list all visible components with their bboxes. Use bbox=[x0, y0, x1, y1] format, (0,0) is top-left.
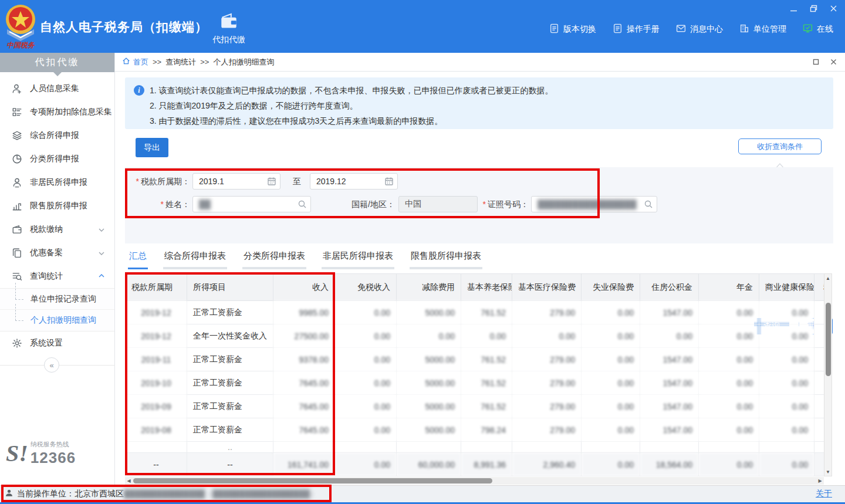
calendar-icon[interactable] bbox=[267, 177, 276, 186]
table-cell: 2019-08 bbox=[126, 418, 187, 442]
table-cell: 0.00 bbox=[582, 324, 640, 348]
sidebar-item-label: 系统设置 bbox=[30, 338, 63, 349]
tab-4[interactable]: 非居民所得申报表 bbox=[322, 249, 394, 269]
column-header: 所得项目 bbox=[187, 274, 273, 301]
table-cell: 正常工资薪金 bbox=[187, 301, 273, 324]
header-menu-label: 消息中心 bbox=[690, 24, 723, 35]
sidebar-item-6[interactable]: 限售股所得申报 bbox=[0, 194, 114, 218]
sidebar-collapse-button[interactable]: « bbox=[44, 357, 59, 373]
vertical-scroll-thumb[interactable] bbox=[826, 303, 831, 376]
table-cell: 0.00 bbox=[699, 371, 759, 395]
header-menu-5[interactable]: 在线 bbox=[803, 23, 833, 35]
home-icon bbox=[122, 57, 130, 67]
sidebar-item-label: 非居民所得申报 bbox=[30, 177, 87, 188]
notice-line: 3. 由于数据处理的滞后性，建议您在申报成功3天之后再来查询最新的申报数据。 bbox=[150, 113, 824, 128]
sidebar-item-label: 限售股所得申报 bbox=[30, 201, 87, 211]
sidebar-item-7[interactable]: 税款缴纳 bbox=[0, 218, 114, 241]
table-cell: 0.00 bbox=[397, 324, 461, 348]
notice-line: 1. 该查询统计表仅能查询已申报成功的数据，不包含未申报、申报失败，已申报但已作… bbox=[150, 83, 824, 98]
window-controls bbox=[789, 4, 838, 13]
sidebar: 代扣代缴 人员信息采集专项附加扣除信息采集综合所得申报分类所得申报非居民所得申报… bbox=[0, 53, 115, 485]
about-link[interactable]: 关于 bbox=[816, 489, 832, 499]
sidebar-item-2[interactable]: 专项附加扣除信息采集 bbox=[0, 100, 114, 124]
scroll-up-icon[interactable]: ▲ bbox=[824, 275, 832, 282]
scroll-right-icon[interactable]: ▶ bbox=[817, 478, 823, 484]
tab-1[interactable]: 汇总 bbox=[128, 249, 148, 269]
header-menu-2[interactable]: 操作手册 bbox=[613, 23, 660, 35]
table-cell: 2019-10 bbox=[126, 371, 187, 395]
maximize-pane-button[interactable] bbox=[811, 57, 820, 67]
header-menu-1[interactable]: 版本切换 bbox=[549, 23, 596, 35]
scroll-left-icon[interactable]: ◀ bbox=[126, 478, 132, 484]
table-row[interactable]: 2019-08正常工资薪金7645.000.005000.00798.24279… bbox=[126, 418, 824, 442]
hotline-label: 纳税服务热线 bbox=[31, 440, 76, 449]
total-cell: 2,960.40 bbox=[512, 453, 582, 476]
sidebar-item-4[interactable]: 分类所得申报 bbox=[0, 147, 114, 171]
horizontal-scrollbar[interactable]: ◀ ▶ bbox=[125, 477, 824, 485]
id-number-input[interactable]: █████████████████ bbox=[531, 196, 657, 212]
export-button[interactable]: 导出 bbox=[136, 138, 168, 157]
breadcrumb-home[interactable]: 首页 bbox=[133, 57, 148, 67]
current-unit-value-blurred: ███████████████（██████████████████） bbox=[124, 489, 317, 499]
table-cell bbox=[397, 442, 461, 453]
sidebar-item-9[interactable]: 查询统计 bbox=[0, 265, 114, 288]
sidebar-item-label: 综合所得申报 bbox=[30, 130, 79, 141]
sidebar-item-label: 分类所得申报 bbox=[30, 154, 79, 164]
close-window-button[interactable] bbox=[829, 4, 838, 13]
module-tab-daikou[interactable]: 代扣代缴 bbox=[203, 8, 255, 49]
column-header: 基本养老保险费 bbox=[461, 274, 512, 301]
sidebar-item-1[interactable]: 人员信息采集 bbox=[0, 77, 114, 100]
column-header: 失业保险费 bbox=[582, 274, 640, 301]
breadcrumb: 首页 >> 查询统计 >> 个人扣缴明细查询 bbox=[115, 53, 845, 72]
bar-chart-icon bbox=[12, 201, 22, 211]
sidebar-item-10[interactable]: 系统设置 bbox=[0, 332, 114, 355]
tab-3[interactable]: 分类所得申报表 bbox=[242, 249, 306, 269]
calendar-icon[interactable] bbox=[384, 177, 394, 186]
chevron-down-icon bbox=[98, 226, 105, 233]
table-cell bbox=[582, 442, 640, 453]
wallet-large-icon bbox=[219, 13, 238, 31]
header-menu-3[interactable]: 消息中心 bbox=[676, 23, 723, 35]
restore-button[interactable] bbox=[809, 4, 818, 13]
table-row[interactable]: 2019-09正常工资薪金7645.000.005000.00761.52279… bbox=[126, 395, 824, 418]
tab-5[interactable]: 限售股所得申报表 bbox=[410, 249, 482, 269]
header-menu-label: 操作手册 bbox=[627, 24, 660, 35]
sidebar-item-5[interactable]: 非居民所得申报 bbox=[0, 171, 114, 194]
scroll-down-icon[interactable]: ▼ bbox=[824, 468, 832, 475]
table-row[interactable]: 2019-11正常工资薪金9378.000.005000.00761.52279… bbox=[126, 348, 824, 371]
column-header: 免税收入 bbox=[335, 274, 397, 301]
total-cell: 0.00 bbox=[582, 453, 640, 476]
sidebar-subitem-1[interactable]: 单位申报记录查询 bbox=[0, 289, 114, 310]
search-icon[interactable] bbox=[644, 199, 653, 209]
vertical-scrollbar[interactable]: ▲ ▼ bbox=[824, 273, 832, 476]
breadcrumb-separator: >> bbox=[153, 57, 161, 66]
minimize-button[interactable] bbox=[789, 4, 798, 13]
close-pane-button[interactable] bbox=[829, 57, 838, 67]
sidebar-subitem-label: 单位申报记录查询 bbox=[31, 294, 96, 305]
sidebar-submenu: 单位申报记录查询个人扣缴明细查询 bbox=[0, 288, 114, 332]
table-row[interactable]: 2019-10正常工资薪金7645.000.005000.00761.52279… bbox=[126, 371, 824, 395]
table-row[interactable]: 2019-12全年一次性奖金收入27500.000.000.000.000.00… bbox=[126, 324, 824, 348]
to-label: 至 bbox=[293, 177, 301, 187]
column-header: 商业健康保险 bbox=[759, 274, 814, 301]
table-cell: 1547.00 bbox=[640, 348, 699, 371]
hotline-icon: S! bbox=[6, 442, 28, 465]
name-input[interactable]: ██ bbox=[192, 196, 311, 212]
nationality-label: 国籍/地区： bbox=[342, 199, 395, 210]
table-row[interactable]: 2019-12正常工资薪金9985.000.005000.00761.52279… bbox=[126, 301, 824, 324]
header-menu: 版本切换操作手册消息中心单位管理在线 bbox=[549, 23, 833, 35]
header-menu-4[interactable]: 单位管理 bbox=[739, 23, 786, 35]
period-start-input[interactable]: 2019.1 bbox=[192, 173, 280, 190]
chevron-down-icon bbox=[98, 249, 105, 256]
column-header: 年金 bbox=[699, 274, 759, 301]
tab-2[interactable]: 综合所得申报表 bbox=[163, 249, 227, 269]
horizontal-scroll-thumb[interactable] bbox=[133, 478, 492, 483]
sidebar-item-label: 优惠备案 bbox=[30, 248, 63, 258]
period-end-input[interactable]: 2019.12 bbox=[310, 173, 398, 190]
collapse-query-button[interactable]: 收折查询条件 bbox=[738, 138, 822, 154]
sidebar-subitem-2[interactable]: 个人扣缴明细查询 bbox=[0, 310, 114, 331]
search-icon[interactable] bbox=[298, 199, 307, 209]
table-cell: 1547.00 bbox=[640, 395, 699, 418]
sidebar-item-3[interactable]: 综合所得申报 bbox=[0, 124, 114, 147]
sidebar-item-8[interactable]: 优惠备案 bbox=[0, 241, 114, 265]
